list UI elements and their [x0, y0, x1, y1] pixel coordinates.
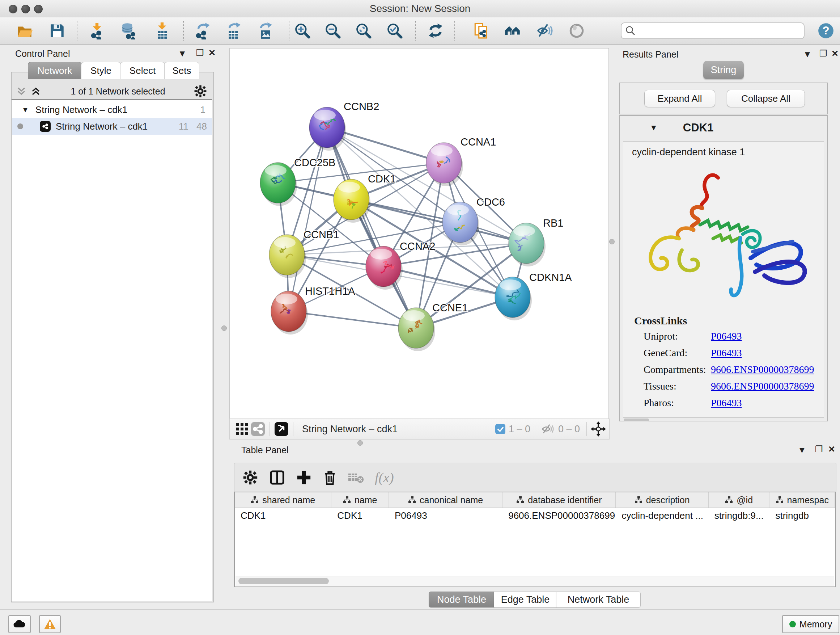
tab-node-table[interactable]: Node Table — [429, 592, 494, 608]
tab-network[interactable]: Network — [28, 62, 82, 79]
tab-sets[interactable]: Sets — [164, 62, 199, 79]
table-row[interactable]: CDK1CDK1P064939606.ENSP00000378699cyclin… — [235, 508, 835, 523]
crosslink-label: Pharos: — [644, 397, 674, 409]
network-view-toolbar: String Network – cdk1 1 – 0 0 – 0 — [229, 418, 609, 440]
crosslink-uniprot-link[interactable]: P06493 — [711, 331, 742, 342]
crosslink-compartments-link[interactable]: 9606.ENSP00000378699 — [711, 364, 814, 375]
tab-select[interactable]: Select — [120, 62, 165, 79]
footer-separator — [537, 422, 537, 436]
zoom-selected-button[interactable] — [385, 21, 405, 41]
network-node-RB1[interactable]: RB1 — [508, 217, 563, 266]
column-header--id[interactable]: @id — [709, 492, 770, 508]
column-header-canonical-name[interactable]: canonical name — [389, 492, 502, 508]
export-image-button[interactable] — [255, 21, 275, 41]
memory-button[interactable]: Memory — [782, 615, 839, 633]
help-button[interactable]: ? — [816, 21, 836, 41]
delete-column-button[interactable] — [321, 468, 339, 487]
column-header-description[interactable]: description — [616, 492, 708, 508]
string-share-icon[interactable] — [250, 421, 266, 437]
warning-icon — [44, 619, 56, 630]
results-panel-menu-icon[interactable]: ▼ — [803, 50, 812, 59]
show-hide-panels-button[interactable] — [502, 21, 523, 41]
add-column-button[interactable] — [294, 468, 313, 487]
tab-edge-table[interactable]: Edge Table — [494, 592, 557, 608]
network-node-CCNA1[interactable]: CCNA1 — [426, 136, 496, 186]
import-network-file-button[interactable] — [87, 21, 107, 41]
save-session-button[interactable] — [47, 21, 67, 41]
network-node-CDKN1A[interactable]: CDKN1A — [495, 272, 572, 320]
column-header-namespac[interactable]: namespac — [769, 492, 835, 508]
export-network-button[interactable] — [193, 21, 213, 41]
results-panel-float-icon[interactable]: ❐ — [819, 49, 827, 58]
network-canvas[interactable]: CCNB2CCNA1CDC25BCDK1CDC6RB1CCNB1CCNA2CDK… — [229, 48, 609, 419]
network-node-CCNE1[interactable]: CCNE1 — [398, 302, 468, 351]
import-network-database-button[interactable] — [118, 21, 139, 41]
network-node-CCNA2[interactable]: CCNA2 — [366, 241, 435, 290]
column-type-icon — [725, 496, 733, 504]
network-row-selected[interactable]: String Network – cdk1 11 48 — [12, 118, 212, 135]
hidden-eye-icon[interactable] — [541, 423, 555, 435]
control-panel-close-icon[interactable]: ✕ — [208, 49, 216, 57]
network-node-HIST1H1A[interactable]: HIST1H1A — [271, 285, 355, 334]
crosslink-pharos-link[interactable]: P06493 — [711, 397, 742, 409]
collapse-all-button[interactable]: Collapse All — [727, 90, 805, 107]
import-table-button[interactable] — [152, 21, 172, 41]
collapse-triangle-icon[interactable]: ▼ — [22, 106, 29, 114]
results-panel-close-icon[interactable]: ✕ — [831, 49, 838, 58]
expand-all-chevrons-icon[interactable] — [30, 86, 42, 97]
section-collapse-triangle-icon[interactable]: ▼ — [650, 123, 658, 133]
pan-crosshair-icon[interactable] — [591, 421, 606, 437]
network-collection-row[interactable]: ▼ String Network – cdk1 1 — [12, 101, 212, 118]
control-panel-menu-icon[interactable]: ▼ — [178, 49, 187, 58]
splitter-handle[interactable] — [609, 239, 615, 244]
hide-selected-button[interactable] — [535, 21, 555, 41]
selected-checkbox-icon[interactable] — [495, 424, 506, 434]
crosslink-genecard-link[interactable]: P06493 — [711, 347, 742, 359]
network-options-gear-icon[interactable] — [194, 85, 207, 98]
column-header-database-identifier[interactable]: database identifier — [502, 492, 616, 508]
table-panel-close-icon[interactable]: ✕ — [828, 445, 835, 454]
bird-view-toggle-button[interactable] — [567, 21, 587, 41]
zoom-in-button[interactable] — [292, 21, 313, 41]
crosslink-tissues-link[interactable]: 9606.ENSP00000378699 — [711, 380, 814, 392]
toolbar-separator — [77, 21, 77, 41]
eye-slash-icon — [536, 22, 554, 40]
column-header-shared-name[interactable]: shared name — [235, 492, 332, 508]
tab-network-table[interactable]: Network Table — [556, 592, 641, 608]
zoom-fit-button[interactable] — [354, 21, 374, 41]
tab-string[interactable]: String — [703, 61, 744, 79]
table-settings-button[interactable] — [241, 468, 260, 487]
show-columns-button[interactable] — [268, 468, 286, 487]
cloud-status-button[interactable] — [8, 615, 31, 633]
protein-section-header[interactable]: ▼ CDK1 — [620, 116, 827, 140]
title-bar: Session: New Session — [0, 0, 840, 18]
column-header-name[interactable]: name — [332, 492, 389, 508]
node-label-CDK1: CDK1 — [368, 173, 396, 185]
collapse-all-chevrons-icon[interactable] — [15, 86, 27, 97]
apply-layout-button[interactable] — [425, 21, 446, 41]
search-field[interactable] — [621, 22, 805, 39]
zoom-out-button[interactable] — [323, 21, 343, 41]
table-panel-float-icon[interactable]: ❐ — [815, 445, 823, 454]
open-session-button[interactable] — [14, 21, 35, 41]
network-selection-status: 1 of 1 Network selected — [42, 86, 194, 97]
houses-icon — [504, 22, 521, 40]
network-node-CDK1[interactable]: CDK1 — [333, 173, 396, 223]
warnings-button[interactable] — [39, 615, 61, 633]
network-node-CCNB1[interactable]: CCNB1 — [269, 229, 339, 278]
grid-view-icon[interactable] — [234, 421, 250, 437]
open-in-browser-icon[interactable] — [273, 421, 289, 437]
control-panel-float-icon[interactable]: ❐ — [196, 49, 204, 57]
results-scrollbar-thumb[interactable] — [624, 418, 649, 421]
clone-network-button[interactable] — [471, 21, 491, 41]
search-input[interactable] — [636, 25, 793, 36]
tab-style[interactable]: Style — [81, 62, 121, 79]
expand-all-button[interactable]: Expand All — [644, 90, 715, 107]
network-node-CDC6[interactable]: CDC6 — [442, 196, 505, 245]
hidden-node-edge-counts: 0 – 0 — [558, 424, 580, 435]
splitter-handle[interactable] — [221, 325, 227, 331]
network-edge — [289, 127, 327, 311]
export-table-button[interactable] — [224, 21, 244, 41]
table-hscrollbar-thumb[interactable] — [238, 578, 329, 584]
table-panel-menu-icon[interactable]: ▼ — [798, 446, 806, 454]
